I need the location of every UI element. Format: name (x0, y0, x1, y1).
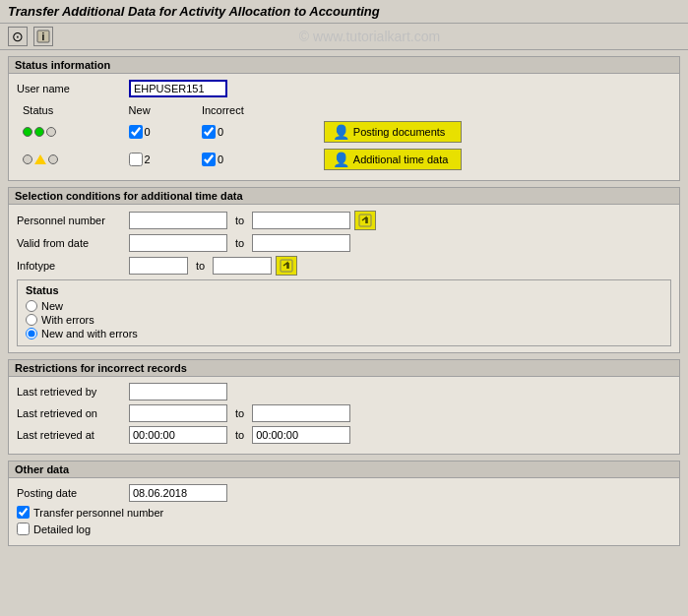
incorrect-checkbox-1[interactable] (202, 125, 216, 139)
col-status: Status (19, 103, 123, 117)
personnel-label: Personnel number (17, 215, 125, 226)
posting-documents-button[interactable]: 👤 Posting documents (324, 121, 462, 143)
last-on-row: Last retrieved on to (17, 404, 671, 422)
radio-new-errors-row: New and with errors (26, 328, 662, 339)
incorrect-value-1: 0 (218, 126, 223, 138)
status-header: Status information (9, 57, 679, 74)
last-by-row: Last retrieved by (17, 383, 671, 400)
personnel-from-input[interactable] (129, 212, 227, 229)
status-body: User name Status New Incorrect (9, 74, 679, 180)
user-label: User name (17, 83, 125, 94)
svg-rect-2 (359, 215, 371, 226)
posting-date-row: Posting date (17, 484, 671, 502)
new-value-2: 2 (145, 154, 151, 165)
last-by-label: Last retrieved by (17, 386, 125, 398)
status-row-2: 2 0 👤 Additional time data (19, 147, 669, 172)
user-row: User name (17, 80, 671, 97)
transfer-row: Transfer personnel number (17, 506, 671, 519)
last-at-from-input[interactable] (129, 426, 227, 444)
valid-from-row: Valid from date to (17, 234, 671, 252)
svg-text:i: i (42, 31, 45, 42)
valid-from-to-input[interactable] (252, 234, 350, 252)
triangle-icon (34, 154, 46, 164)
col-incorrect: Incorrect (198, 103, 318, 117)
incorrect-checkbox-2[interactable] (202, 153, 216, 166)
svg-rect-4 (281, 260, 292, 272)
personnel-row: Personnel number to (17, 211, 671, 230)
title-bar: Transfer Additional Data for Activity Al… (0, 0, 688, 24)
back-icon[interactable]: ⊙ (8, 27, 28, 46)
light-green-1 (23, 127, 32, 137)
last-at-to-label: to (235, 429, 244, 441)
last-at-to-input[interactable] (252, 426, 350, 444)
infotype-nav-icon[interactable] (276, 256, 297, 276)
selection-section: Selection conditions for additional time… (8, 187, 680, 353)
status-section: Status information User name Status New … (8, 56, 680, 181)
detailed-log-label: Detailed log (33, 524, 91, 535)
radio-new[interactable] (26, 300, 37, 312)
new-value-1: 0 (145, 126, 151, 138)
incorrect-value-2: 0 (218, 154, 223, 165)
light-off-3 (48, 154, 58, 164)
col-new: New (125, 103, 196, 117)
light-off-2 (23, 154, 32, 164)
page-title: Transfer Additional Data for Activity Al… (8, 4, 380, 19)
last-on-label: Last retrieved on (17, 407, 125, 419)
status-table: Status New Incorrect (17, 101, 671, 174)
infotype-label: Infotype (17, 260, 125, 272)
status-group-label: Status (26, 284, 662, 296)
personnel-nav-icon[interactable] (354, 211, 376, 230)
valid-from-to-label: to (235, 237, 244, 249)
last-by-input[interactable] (129, 383, 227, 400)
infotype-from-input[interactable] (129, 257, 188, 275)
selection-body: Personnel number to Valid from date to (9, 205, 679, 352)
last-on-from-input[interactable] (129, 404, 227, 422)
transfer-checkbox[interactable] (17, 506, 30, 519)
status-row-1: 0 0 👤 Posting documents (19, 119, 669, 145)
person-icon-1: 👤 (333, 124, 349, 140)
watermark: © www.tutorialkart.com (59, 29, 680, 44)
radio-errors-label: With errors (41, 314, 94, 326)
valid-from-input[interactable] (129, 234, 227, 252)
radio-new-errors-label: New and with errors (41, 328, 138, 339)
radio-new-errors[interactable] (26, 328, 37, 339)
main-content: Status information User name Status New … (0, 50, 688, 558)
toolbar: ⊙ i © www.tutorialkart.com (0, 24, 688, 50)
posting-date-input[interactable] (129, 484, 227, 502)
light-off-1 (46, 127, 56, 137)
last-at-label: Last retrieved at (17, 429, 125, 441)
person-icon-2: 👤 (333, 152, 349, 167)
detailed-log-checkbox[interactable] (17, 523, 30, 535)
last-on-to-input[interactable] (252, 404, 350, 422)
traffic-light-2 (23, 154, 119, 164)
new-checkbox-2[interactable] (129, 153, 143, 166)
last-at-row: Last retrieved at to (17, 426, 671, 444)
info-icon[interactable]: i (33, 27, 53, 46)
detailed-log-row: Detailed log (17, 523, 671, 535)
other-body: Posting date Transfer personnel number D… (9, 478, 679, 545)
status-group: Status New With errors New and with erro… (17, 279, 671, 346)
new-checkbox-1[interactable] (129, 125, 143, 139)
selection-header: Selection conditions for additional time… (9, 188, 679, 205)
infotype-to-label: to (196, 260, 205, 272)
additional-time-data-button[interactable]: 👤 Additional time data (324, 149, 462, 170)
last-on-to-label: to (235, 407, 244, 419)
radio-new-label: New (41, 300, 63, 312)
traffic-light-1 (23, 127, 119, 137)
personnel-to-label: to (235, 215, 244, 226)
restrictions-header: Restrictions for incorrect records (9, 360, 679, 377)
other-header: Other data (9, 462, 679, 478)
transfer-label: Transfer personnel number (33, 507, 163, 519)
infotype-to-input[interactable] (213, 257, 272, 275)
radio-new-row: New (26, 300, 662, 312)
radio-errors[interactable] (26, 314, 37, 326)
restrictions-section: Restrictions for incorrect records Last … (8, 359, 680, 455)
radio-errors-row: With errors (26, 314, 662, 326)
infotype-row: Infotype to (17, 256, 671, 276)
user-input[interactable] (129, 80, 227, 97)
posting-date-label: Posting date (17, 487, 125, 499)
personnel-to-input[interactable] (252, 212, 350, 229)
other-section: Other data Posting date Transfer personn… (8, 461, 680, 546)
restrictions-body: Last retrieved by Last retrieved on to L… (9, 377, 679, 454)
light-green-2 (34, 127, 44, 137)
